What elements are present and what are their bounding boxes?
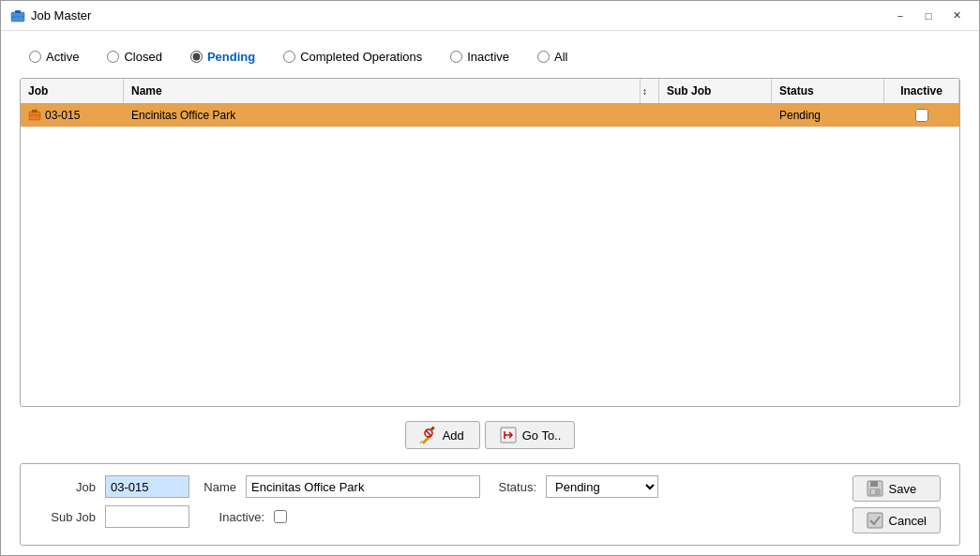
form-row-job-name: Job Name Status: Pending Active Closed C… — [39, 475, 834, 498]
col-header-name: Name — [124, 79, 641, 103]
content-area: Active Closed Pending Completed Operatio… — [1, 31, 979, 555]
radio-inactive[interactable] — [450, 51, 462, 63]
filter-all[interactable]: All — [537, 50, 567, 64]
form-section: Job Name Status: Pending Active Closed C… — [20, 463, 960, 546]
radio-all-label: All — [554, 50, 567, 64]
col-header-subjob: Sub Job — [659, 79, 772, 103]
radio-pending-label: Pending — [207, 50, 255, 64]
jobs-table: Job Name ↕ Sub Job Status Inactive — [20, 78, 960, 407]
radio-closed[interactable] — [107, 51, 119, 63]
radio-completed-label: Completed Operations — [300, 50, 422, 64]
goto-icon — [499, 426, 518, 444]
save-button[interactable]: Save — [852, 475, 941, 502]
filter-active[interactable]: Active — [29, 50, 79, 64]
maximize-button[interactable]: □ — [915, 7, 942, 25]
close-button[interactable]: ✕ — [943, 7, 970, 25]
job-label: Job — [39, 480, 96, 494]
form-row-subjob-inactive: Sub Job Inactive: — [39, 505, 834, 528]
minimize-button[interactable]: − — [887, 7, 913, 25]
radio-all[interactable] — [537, 51, 550, 63]
col-header-status: Status — [772, 79, 884, 103]
subjob-label: Sub Job — [39, 510, 96, 524]
radio-active-label: Active — [46, 50, 79, 64]
svg-rect-4 — [32, 110, 38, 113]
action-bar: Add Go To.. — [20, 416, 960, 454]
form-fields: Job Name Status: Pending Active Closed C… — [39, 475, 834, 528]
filter-closed[interactable]: Closed — [107, 50, 161, 64]
name-label: Name — [199, 480, 236, 494]
col-header-inactive: Inactive — [884, 79, 959, 103]
table-body: 03-015 Encinitas Office Park Pending — [21, 104, 959, 406]
cell-name: Encinitas Office Park — [124, 104, 641, 127]
status-label: Status: — [490, 480, 536, 494]
add-button[interactable]: Add — [405, 421, 480, 449]
window-title: Job Master — [31, 8, 91, 23]
filter-pending[interactable]: Pending — [190, 50, 255, 64]
row-icon — [28, 109, 41, 122]
radio-completed[interactable] — [283, 51, 295, 63]
goto-label: Go To.. — [522, 428, 562, 443]
filter-radio-bar: Active Closed Pending Completed Operatio… — [20, 40, 960, 68]
main-window: Job Master − □ ✕ Active Closed Pending — [0, 0, 980, 556]
status-select[interactable]: Pending Active Closed Completed Operatio… — [546, 475, 658, 498]
cancel-button[interactable]: Cancel — [852, 507, 941, 533]
svg-rect-17 — [871, 489, 875, 494]
filter-completed[interactable]: Completed Operations — [283, 50, 422, 64]
add-label: Add — [443, 428, 464, 443]
name-input[interactable] — [246, 475, 480, 498]
col-header-job: Job — [21, 79, 124, 103]
svg-rect-1 — [15, 10, 21, 13]
table-row[interactable]: 03-015 Encinitas Office Park Pending — [21, 104, 959, 128]
cell-subjob — [659, 111, 772, 120]
title-bar-left: Job Master — [10, 8, 91, 23]
save-label: Save — [889, 482, 917, 496]
inactive-checkbox-row[interactable] — [915, 109, 928, 122]
app-icon — [10, 8, 25, 23]
add-icon — [419, 426, 438, 444]
cell-sort — [641, 111, 659, 120]
cancel-icon — [867, 512, 883, 529]
filter-inactive[interactable]: Inactive — [450, 50, 509, 64]
save-cancel-area: Save Cancel — [852, 475, 941, 533]
subjob-input[interactable] — [105, 505, 189, 528]
radio-inactive-label: Inactive — [467, 50, 509, 64]
svg-rect-18 — [867, 513, 882, 528]
col-header-sort[interactable]: ↕ — [641, 79, 659, 103]
cell-status: Pending — [772, 104, 884, 127]
svg-rect-3 — [29, 112, 40, 120]
inactive-label: Inactive: — [208, 510, 264, 524]
cell-job: 03-015 — [21, 104, 124, 127]
goto-button[interactable]: Go To.. — [485, 421, 576, 449]
inactive-checkbox-form[interactable] — [274, 510, 287, 523]
radio-active[interactable] — [29, 51, 41, 63]
cell-inactive — [884, 104, 959, 127]
table-header: Job Name ↕ Sub Job Status Inactive — [21, 79, 959, 104]
radio-pending[interactable] — [190, 51, 203, 63]
title-bar: Job Master − □ ✕ — [1, 1, 979, 31]
title-bar-controls: − □ ✕ — [887, 7, 970, 25]
svg-line-10 — [426, 430, 431, 436]
radio-closed-label: Closed — [124, 50, 161, 64]
job-input[interactable] — [105, 475, 189, 498]
svg-line-8 — [420, 441, 422, 443]
svg-rect-15 — [870, 481, 878, 487]
save-icon — [867, 480, 883, 497]
cancel-label: Cancel — [889, 514, 927, 528]
